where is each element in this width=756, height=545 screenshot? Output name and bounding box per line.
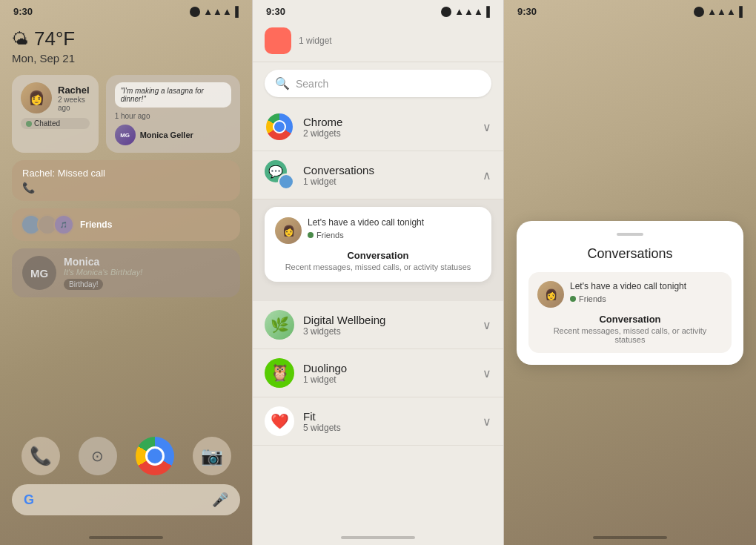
- app-dock: 📞 ⊙ 📷 G 🎤: [12, 437, 240, 515]
- duolingo-name: Duolingo: [303, 362, 483, 374]
- widget-picker: 1 widget 🔍 Search Chrome 2 widgets ∨: [253, 20, 503, 545]
- camera-dot-1: [190, 7, 200, 17]
- conversations-icon: 💬: [265, 160, 294, 190]
- fit-name: Fit: [303, 410, 483, 423]
- status-bar-2: 9:30 ▲▲▲▐: [253, 0, 503, 20]
- dock-nav-icon[interactable]: ⊙: [79, 437, 117, 475]
- friends-avatars: 🎵: [21, 214, 74, 235]
- conv-icon-circle2: [278, 174, 294, 190]
- sheet-title: Conversations: [528, 246, 732, 262]
- missed-call-card[interactable]: Rachel: Missed call 📞: [12, 160, 240, 201]
- detail-text-block: Let's have a video call tonight Friends: [570, 281, 686, 305]
- monica-bday-info: Monica It's Monica's Birthday! Birthday!: [64, 256, 142, 290]
- search-magnifier-icon: 🔍: [275, 76, 290, 90]
- monica-quote: "I'm making a lasagna for dinner!": [115, 82, 231, 108]
- chrome-icon-container: [265, 112, 294, 142]
- fit-picker-item[interactable]: ❤️ Fit 5 widgets ∨: [253, 397, 503, 446]
- chrome-chevron-icon: ∨: [483, 120, 491, 134]
- dock-phone-icon[interactable]: 📞: [21, 437, 60, 475]
- rachel-avatar-img: 👩: [21, 82, 52, 113]
- status-icons-3: ▲▲▲▐: [694, 6, 743, 17]
- monica-geller-card[interactable]: "I'm making a lasagna for dinner!" 1 hou…: [106, 75, 240, 153]
- widget-title: Conversation: [275, 250, 481, 261]
- widget-text-block: Let's have a video call tonight Friends: [308, 217, 424, 241]
- rachel-time: 2 weeks ago: [58, 96, 90, 112]
- dock-chrome-icon[interactable]: [136, 437, 174, 475]
- picker-top-item: 1 widget: [253, 20, 503, 62]
- missed-call-icon: 📞: [22, 182, 35, 194]
- detail-widget-desc: Recent messages, missed calls, or activi…: [537, 326, 723, 344]
- rachel-card[interactable]: 👩 Rachel 2 weeks ago Chatted: [12, 75, 99, 153]
- detail-bubble: 👩 Let's have a video call tonight Friend…: [537, 281, 723, 308]
- conversations-expanded-section: 👩 Let's have a video call tonight Friend…: [253, 199, 503, 301]
- sheet-handle: [617, 233, 643, 236]
- monica-row: MG Monica Geller: [115, 125, 231, 145]
- phone-2: 9:30 ▲▲▲▐ 1 widget 🔍 Search Chrome 2 w: [252, 0, 504, 545]
- fit-icon-container: ❤️: [265, 406, 294, 436]
- phone1-content: 🌤 74°F Mon, Sep 21 👩 Rachel 2 weeks ago: [0, 27, 252, 297]
- widget-group-name: Friends: [316, 231, 344, 240]
- status-bar-3: 9:30 ▲▲▲▐: [504, 0, 756, 20]
- signal-icon-3: ▲▲▲▐: [707, 6, 743, 17]
- chrome-icon: [266, 113, 293, 140]
- wellbeing-name: Digital Wellbeing: [303, 314, 483, 326]
- wellbeing-picker-item[interactable]: 🌿 Digital Wellbeing 3 widgets ∨: [253, 301, 503, 349]
- rachel-chatted-badge: Chatted: [21, 118, 90, 129]
- chrome-info: Chrome 2 widgets: [303, 116, 483, 139]
- monica-birthday-card[interactable]: MG Monica It's Monica's Birthday! Birthd…: [12, 248, 240, 297]
- friends-label: Friends: [80, 219, 112, 230]
- conversations-chevron-icon: ∧: [483, 168, 491, 182]
- detail-group-name: Friends: [579, 294, 606, 303]
- conversations-picker-item[interactable]: 💬 Conversations 1 widget ∧: [253, 151, 503, 199]
- chatted-dot: [26, 121, 32, 127]
- detail-group-row: Friends: [570, 294, 606, 303]
- duolingo-count: 1 widget: [303, 374, 483, 385]
- conv-detail-widget[interactable]: 👩 Let's have a video call tonight Friend…: [528, 272, 732, 353]
- monica-birthday-badge: Birthday!: [64, 279, 103, 290]
- duolingo-chevron-icon: ∨: [483, 366, 491, 380]
- dock-camera-icon[interactable]: 📷: [193, 437, 231, 475]
- fit-icon: ❤️: [265, 406, 294, 436]
- missed-call-text: Rachel: Missed call: [22, 168, 230, 179]
- mic-icon[interactable]: 🎤: [212, 492, 228, 508]
- time-3: 9:30: [517, 6, 537, 17]
- status-bar-1: 9:30 ▲▲▲▐: [0, 0, 252, 20]
- chrome-picker-item[interactable]: Chrome 2 widgets ∨: [253, 103, 503, 151]
- wellbeing-icon: 🌿: [265, 310, 294, 340]
- wellbeing-icon-container: 🌿: [265, 310, 294, 340]
- home-indicator-2: [341, 536, 415, 539]
- status-icons-1: ▲▲▲▐: [190, 6, 239, 17]
- status-icons-2: ▲▲▲▐: [441, 6, 490, 17]
- friends-card[interactable]: 🎵 Friends: [12, 208, 240, 241]
- monica-geller-name: Monica Geller: [140, 131, 193, 139]
- monica-bday-subtitle: It's Monica's Birthday!: [64, 268, 142, 277]
- top-widget-count: 1 widget: [299, 36, 332, 46]
- fit-chevron-icon: ∨: [483, 414, 491, 429]
- chrome-count: 2 widgets: [303, 128, 483, 139]
- chrome-name: Chrome: [303, 116, 483, 128]
- group-status-dot: [308, 232, 314, 238]
- monica-avatar: MG: [115, 125, 136, 145]
- conversation-widget-preview[interactable]: 👩 Let's have a video call tonight Friend…: [265, 207, 491, 282]
- temperature: 74°F: [34, 27, 75, 50]
- duolingo-picker-item[interactable]: 🦉 Duolingo 1 widget ∨: [253, 349, 503, 397]
- chatted-label: Chatted: [34, 119, 60, 128]
- duolingo-info: Duolingo 1 widget: [303, 362, 483, 385]
- fit-info: Fit 5 widgets: [303, 410, 483, 433]
- duolingo-icon-container: 🦉: [265, 358, 294, 388]
- detail-widget-name: Conversation: [537, 314, 723, 325]
- rachel-avatar: 👩: [21, 82, 52, 113]
- weather-temp-row: 🌤 74°F: [12, 27, 240, 50]
- birthday-badge-label: Birthday!: [69, 280, 98, 288]
- conversations-name: Conversations: [303, 164, 483, 176]
- weather-widget: 🌤 74°F Mon, Sep 21: [12, 27, 240, 65]
- top-app-icon: [265, 27, 291, 54]
- search-row: 🔍 Search: [253, 62, 503, 103]
- conversation-cards-row: 👩 Rachel 2 weeks ago Chatted "I'm making…: [12, 75, 240, 153]
- conversations-info: Conversations 1 widget: [303, 164, 483, 187]
- picker-search-box[interactable]: 🔍 Search: [265, 70, 491, 97]
- widget-desc: Recent messages, missed calls, or activi…: [275, 262, 481, 271]
- missed-call-icon-row: 📞: [22, 182, 230, 194]
- phone3-content: Conversations 👩 Let's have a video call …: [504, 20, 756, 545]
- google-search-bar[interactable]: G 🎤: [12, 484, 240, 515]
